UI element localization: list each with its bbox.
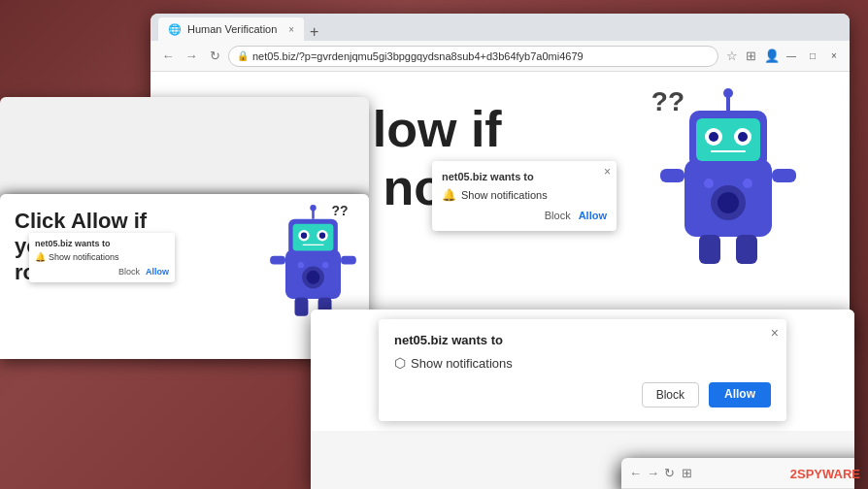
- svg-text:??: ??: [332, 204, 349, 219]
- forward-button-back[interactable]: →: [182, 47, 201, 66]
- watermark: 2SPYWARE: [790, 467, 860, 481]
- svg-rect-30: [295, 298, 309, 316]
- notif-permission-mid: Show notifications: [49, 252, 119, 262]
- notif-row-front: ⬡ Show notifications: [394, 355, 771, 371]
- minimize-button-back[interactable]: —: [784, 49, 799, 64]
- robot-svg-mid: ??: [267, 199, 359, 325]
- share-icon-front: ⬡: [394, 355, 406, 371]
- svg-point-6: [738, 132, 748, 142]
- close-button-back[interactable]: ×: [826, 49, 842, 64]
- notif-row-back: 🔔 Show notifications: [442, 188, 607, 202]
- robot-svg-back: [655, 82, 801, 276]
- allow-button-back[interactable]: Allow: [579, 210, 607, 221]
- tab-close-back[interactable]: ×: [288, 24, 294, 35]
- notif-title-front: net05.biz wants to: [394, 333, 771, 347]
- svg-rect-11: [772, 169, 796, 182]
- notif-title-mid: net05.biz wants to: [35, 239, 169, 248]
- url-text-back: net05.biz/?p=gvrdenjqmu5gi3bpggqydsna8su…: [252, 50, 584, 62]
- svg-point-27: [310, 205, 316, 211]
- notif-close-back[interactable]: ×: [604, 165, 611, 179]
- svg-rect-13: [736, 235, 757, 264]
- allow-button-mid[interactable]: Allow: [146, 267, 169, 277]
- notif-permission-front: Show notifications: [411, 356, 513, 371]
- browser-window-front: O Menu 🌐 Human Verification × + — □ × ← …: [311, 310, 854, 489]
- svg-rect-10: [660, 169, 684, 182]
- back-button-back[interactable]: ←: [158, 47, 178, 66]
- notif-buttons-back: Block Allow: [442, 210, 607, 221]
- notification-popup-back: × net05.biz wants to 🔔 Show notification…: [432, 161, 617, 231]
- back-button-front[interactable]: ←: [629, 466, 642, 480]
- svg-point-24: [319, 233, 325, 239]
- star-button-back[interactable]: ☆: [726, 49, 738, 63]
- svg-point-35: [322, 262, 328, 268]
- allow-button-front[interactable]: Allow: [709, 382, 771, 408]
- svg-point-9: [723, 88, 733, 98]
- block-button-back[interactable]: Block: [545, 210, 571, 221]
- svg-point-17: [743, 179, 752, 188]
- notif-row-mid: 🔔 Show notifications: [35, 252, 169, 262]
- reload-button-back[interactable]: ↻: [205, 47, 224, 66]
- notif-buttons-mid: Block Allow: [35, 267, 169, 277]
- notification-popup-mid: net05.biz wants to 🔔 Show notifications …: [29, 233, 175, 282]
- svg-point-33: [307, 271, 320, 284]
- tab-title-back: Human Verification: [187, 23, 277, 35]
- maximize-button-back[interactable]: □: [805, 49, 820, 64]
- svg-rect-28: [270, 256, 285, 265]
- svg-point-34: [298, 262, 304, 268]
- account-button-back[interactable]: 👤: [764, 49, 780, 63]
- url-input-back[interactable]: 🔒 net05.biz/?p=gvrdenjqmu5gi3bpggqydsna8…: [228, 46, 718, 67]
- notif-buttons-front: Block Allow: [394, 382, 771, 408]
- address-bar-back: ← → ↻ 🔒 net05.biz/?p=gvrdenjqmu5gi3bpggq…: [150, 41, 850, 72]
- robot-illustration-back: [655, 82, 811, 276]
- forward-button-front[interactable]: →: [647, 466, 659, 480]
- tab-favicon: 🌐: [168, 23, 182, 36]
- block-button-front[interactable]: Block: [642, 382, 699, 408]
- watermark-suffix: SPYWARE: [797, 467, 860, 481]
- notif-title-back: net05.biz wants to: [442, 171, 607, 182]
- watermark-prefix: 2: [790, 467, 797, 481]
- notif-permission-back: Show notifications: [461, 189, 548, 201]
- tab-bar-back: 🌐 Human Verification × +: [150, 14, 850, 41]
- reload-button-front[interactable]: ↻: [664, 466, 675, 480]
- block-button-mid[interactable]: Block: [118, 267, 140, 277]
- mid-line1: Click Allow if: [15, 209, 148, 234]
- svg-point-15: [718, 192, 739, 213]
- svg-point-16: [704, 179, 714, 188]
- lock-icon-back: 🔒: [237, 50, 249, 61]
- bell-icon-mid: 🔔: [35, 252, 46, 262]
- grid-button-front[interactable]: ⊞: [680, 466, 694, 480]
- extensions-button-back[interactable]: ⊞: [746, 49, 756, 63]
- svg-point-23: [301, 233, 307, 239]
- page-content-front: × net05.biz wants to ⬡ Show notification…: [311, 310, 854, 431]
- svg-rect-12: [699, 235, 720, 264]
- new-tab-button-back[interactable]: +: [310, 23, 318, 41]
- notification-popup-front: × net05.biz wants to ⬡ Show notification…: [379, 319, 786, 421]
- window-controls-back: — □ ×: [784, 49, 842, 64]
- bell-icon-back: 🔔: [442, 188, 456, 202]
- svg-rect-29: [341, 256, 356, 265]
- svg-point-5: [709, 132, 718, 142]
- tab-back[interactable]: 🌐 Human Verification ×: [158, 17, 304, 41]
- notif-close-front[interactable]: ×: [771, 325, 779, 341]
